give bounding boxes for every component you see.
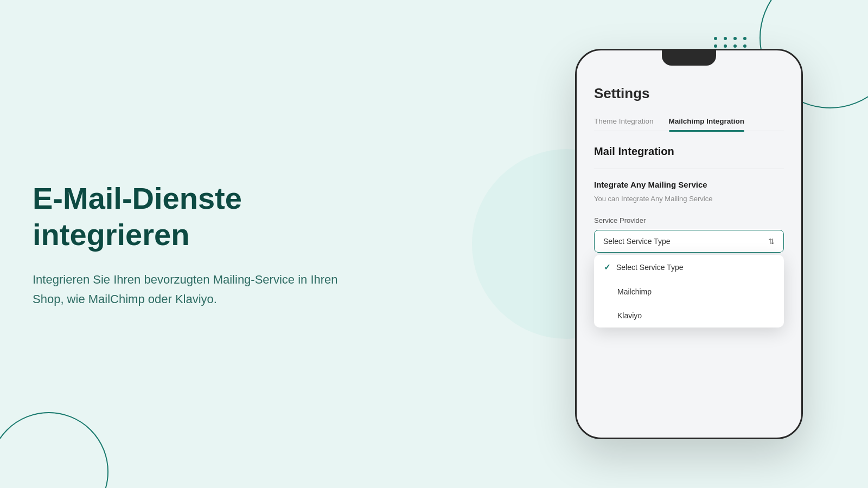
service-type-select[interactable]: Select Service Type ⇅ [594,230,784,253]
phone-wrapper: Settings Theme Integration Mailchimp Int… [575,49,803,439]
phone-notch [662,50,716,66]
dropdown-item-select-service[interactable]: ✓ Select Service Type [594,255,784,280]
title-line1: E-Mail-Dienste [33,181,242,215]
phone-mockup: Settings Theme Integration Mailchimp Int… [575,49,803,439]
subtitle-text: Integrieren Sie Ihren bevorzugten Mailin… [33,270,358,308]
settings-title: Settings [594,85,784,102]
dropdown-menu: ✓ Select Service Type Mailchimp Klaviyo [594,255,784,328]
tab-mailchimp-integration[interactable]: Mailchimp Integration [669,112,745,131]
service-provider-label: Service Provider [594,216,784,224]
tabs-container: Theme Integration Mailchimp Integration [594,112,784,131]
dropdown-item-mailchimp[interactable]: Mailchimp [594,280,784,304]
integrate-desc: You can Integrate Any Mailing Service [594,194,784,204]
select-arrow-icon: ⇅ [768,237,775,246]
phone-content: Settings Theme Integration Mailchimp Int… [577,66,801,438]
main-title: E-Mail-Dienste integrieren [33,180,358,253]
checkmark-icon: ✓ [604,262,611,272]
section-divider [594,169,784,169]
left-content: E-Mail-Dienste integrieren Integrieren S… [33,180,358,309]
decorative-circle-bottom-left [0,412,108,488]
tab-theme-integration[interactable]: Theme Integration [594,112,654,131]
dropdown-item-klaviyo[interactable]: Klaviyo [594,304,784,328]
select-wrapper: Select Service Type ⇅ ✓ Select Service T… [594,230,784,253]
integrate-title: Integrate Any Mailing Service [594,180,784,189]
section-title: Mail Integration [594,145,784,158]
title-line2: integrieren [33,217,189,252]
select-value: Select Service Type [603,237,670,246]
